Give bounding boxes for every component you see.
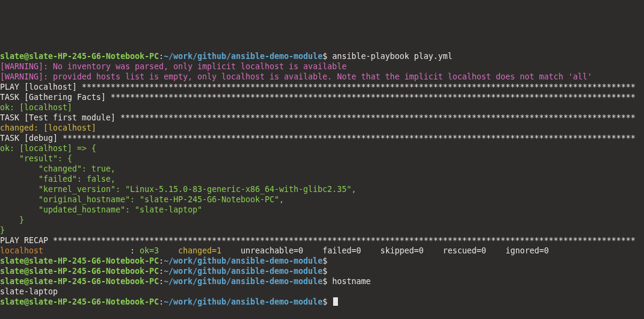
prompt-user-host: slate@slate-HP-245-G6-Notebook-PC [0, 267, 159, 276]
debug-kernel: "kernel_version": "Linux-5.15.0-83-gener… [0, 185, 356, 194]
prompt-user-host: slate@slate-HP-245-G6-Notebook-PC [0, 297, 159, 306]
line-changed: changed: [localhost] [0, 123, 644, 133]
recap-failed: failed=0 [317, 246, 375, 255]
line-cmd-hostname: slate@slate-HP-245-G6-Notebook-PC:~/work… [0, 276, 644, 286]
debug-close: } [0, 226, 5, 235]
line-prompt-cursor: slate@slate-HP-245-G6-Notebook-PC:~/work… [0, 297, 644, 307]
line-task-gather: TASK [Gathering Facts] *****************… [0, 92, 644, 102]
prompt-colon: : [159, 267, 164, 276]
prompt-user-host: slate@slate-HP-245-G6-Notebook-PC [0, 277, 159, 286]
warning-2: [WARNING]: provided hosts list is empty,… [0, 72, 592, 81]
prompt-colon: : [159, 256, 164, 265]
hostname-output: slate-laptop [0, 287, 58, 296]
prompt-colon: : [159, 52, 164, 61]
debug-orig-hostname: "original_hostname": "slate-HP-245-G6-No… [0, 195, 284, 204]
play-header: PLAY [localhost] ***********************… [0, 82, 636, 91]
prompt-cwd: ~/work/github/ansible-demo-module [164, 267, 322, 276]
line-task-debug: TASK [debug] ***************************… [0, 133, 644, 143]
recap-rescued: rescued=0 [438, 246, 501, 255]
recap-changed: changed=1 [173, 246, 236, 255]
line-debug-5: "original_hostname": "slate-HP-245-G6-No… [0, 194, 644, 205]
command-text[interactable] [327, 267, 332, 276]
line-debug-open: ok: [localhost] => { [0, 143, 644, 153]
task-gather-header: TASK [Gathering Facts] *****************… [0, 93, 636, 102]
debug-changed: "changed": true, [0, 164, 115, 173]
line-warning-2: [WARNING]: provided hosts list is empty,… [0, 72, 644, 82]
prompt-cwd: ~/work/github/ansible-demo-module [164, 297, 322, 306]
recap-ignored: ignored=0 [501, 246, 563, 255]
line-debug-7: } [0, 215, 644, 225]
debug-new-hostname: "updated_hostname": "slate-laptop" [0, 205, 202, 214]
warning-1: [WARNING]: No inventory was parsed, only… [0, 62, 346, 71]
debug-close-inner: } [0, 215, 24, 225]
line-prompt-empty-2: slate@slate-HP-245-G6-Notebook-PC:~/work… [0, 266, 644, 276]
play-recap-header: PLAY RECAP *****************************… [0, 236, 636, 245]
changed-localhost: changed: [localhost] [0, 123, 96, 132]
prompt-cwd: ~/work/github/ansible-demo-module [164, 256, 322, 265]
ok-localhost-gather: ok: [localhost] [0, 103, 72, 112]
command-text[interactable] [327, 256, 332, 265]
terminal[interactable]: slate@slate-HP-245-G6-Notebook-PC:~/work… [0, 51, 644, 307]
line-play-header: PLAY [localhost] ***********************… [0, 82, 644, 92]
command-text[interactable] [327, 297, 332, 306]
prompt-colon: : [159, 277, 164, 286]
line-debug-1: "result": { [0, 153, 644, 164]
line-debug-close: } [0, 225, 644, 235]
line-hostname-output: slate-laptop [0, 286, 644, 297]
prompt-cwd: ~/work/github/ansible-demo-module [164, 277, 322, 286]
prompt-user-host: slate@slate-HP-245-G6-Notebook-PC [0, 52, 159, 61]
recap-pad: : [43, 246, 140, 255]
line-prompt-empty-1: slate@slate-HP-245-G6-Notebook-PC:~/work… [0, 256, 644, 266]
line-task-first: TASK [Test first module] ***************… [0, 113, 644, 123]
line-warning-1: [WARNING]: No inventory was parsed, only… [0, 61, 644, 72]
prompt-colon: : [159, 297, 164, 306]
line-cmd-playbook: slate@slate-HP-245-G6-Notebook-PC:~/work… [0, 51, 644, 61]
line-debug-3: "failed": false, [0, 174, 644, 184]
recap-skipped: skipped=0 [375, 246, 438, 255]
cursor [333, 297, 338, 306]
command-text[interactable]: ansible-playbook play.yml [327, 52, 452, 61]
debug-open: ok: [localhost] => { [0, 144, 96, 153]
command-text[interactable]: hostname [327, 277, 370, 286]
line-recap-stats: localhost : ok=3 changed=1 unreachable=0… [0, 246, 644, 256]
recap-host: localhost [0, 246, 43, 255]
task-first-header: TASK [Test first module] ***************… [0, 113, 636, 122]
recap-unreachable: unreachable=0 [236, 246, 317, 255]
line-debug-6: "updated_hostname": "slate-laptop" [0, 205, 644, 215]
prompt-user-host: slate@slate-HP-245-G6-Notebook-PC [0, 256, 159, 265]
recap-ok: ok=3 [140, 246, 173, 255]
debug-result: "result": { [0, 154, 72, 163]
task-debug-header: TASK [debug] ***************************… [0, 134, 636, 143]
prompt-cwd: ~/work/github/ansible-demo-module [164, 52, 322, 61]
line-debug-2: "changed": true, [0, 164, 644, 174]
line-ok-gather: ok: [localhost] [0, 102, 644, 113]
line-debug-4: "kernel_version": "Linux-5.15.0-83-gener… [0, 184, 644, 194]
line-recap-header: PLAY RECAP *****************************… [0, 235, 644, 246]
debug-failed: "failed": false, [0, 175, 115, 184]
